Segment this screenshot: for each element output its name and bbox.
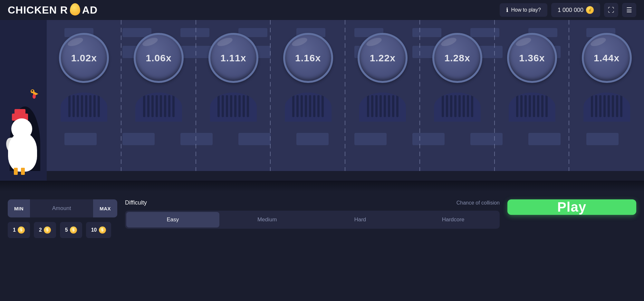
- difficulty-buttons: Easy Medium Hard Hardcore: [125, 211, 500, 229]
- quick-bet-1[interactable]: 1 $: [8, 222, 30, 238]
- multiplier-value-3: 1.11x: [220, 53, 246, 64]
- amount-row: MIN Amount MAX: [8, 199, 117, 217]
- difficulty-hardcore[interactable]: Hardcore: [407, 211, 500, 229]
- multiplier-value-6: 1.28x: [445, 53, 470, 64]
- grate-bar: [313, 95, 315, 117]
- grate-bar: [230, 95, 232, 117]
- grate-bar: [305, 95, 307, 117]
- grate-bar: [458, 95, 461, 117]
- quick-bet-coin-2: $: [44, 226, 51, 234]
- multiplier-5[interactable]: 1.22x: [358, 33, 408, 83]
- quick-bet-coin-5: $: [70, 226, 77, 234]
- chicken-character: [5, 120, 42, 172]
- quick-bet-amount-5: 5: [65, 227, 68, 233]
- grate-bar: [317, 95, 320, 117]
- grate-bar: [620, 95, 622, 117]
- furnace-col-8: 1.44x: [569, 20, 644, 181]
- difficulty-section: Difficulty Chance of collision Easy Medi…: [125, 199, 500, 229]
- grate-bar: [367, 95, 369, 117]
- logo-text-part2: AD: [82, 4, 98, 16]
- grate-bar: [520, 95, 523, 117]
- grate-bar: [388, 95, 390, 117]
- difficulty-hard[interactable]: Hard: [314, 211, 407, 229]
- difficulty-label: Difficulty: [125, 199, 147, 206]
- difficulty-easy[interactable]: Easy: [126, 212, 219, 227]
- quick-bet-coin-10: $: [99, 226, 106, 234]
- grate-bar: [68, 95, 71, 117]
- grate-bar: [524, 95, 527, 117]
- grate-bar: [591, 95, 593, 117]
- multiplier-7[interactable]: 1.36x: [507, 33, 557, 83]
- furnace-grate-7: [509, 93, 555, 122]
- quick-bet-5[interactable]: 5 $: [60, 222, 82, 238]
- grate-bar: [147, 95, 149, 117]
- grate-bar: [217, 95, 220, 117]
- grate-bar: [72, 95, 75, 117]
- grate-bar: [226, 95, 228, 117]
- grate-bar: [396, 95, 399, 117]
- grate-bar: [442, 95, 444, 117]
- grate-bar: [380, 95, 382, 117]
- grate-bar: [98, 95, 100, 117]
- difficulty-header: Difficulty Chance of collision: [125, 199, 500, 206]
- fullscreen-button[interactable]: ⛶: [604, 3, 618, 17]
- collision-label: Chance of collision: [457, 200, 500, 206]
- grate-bar: [537, 95, 539, 117]
- grate-bar: [616, 95, 618, 117]
- how-to-play-button[interactable]: ℹ How to play?: [500, 3, 547, 17]
- grate-bar: [156, 95, 158, 117]
- grate-bar: [143, 95, 145, 117]
- furnace-grate-3: [210, 93, 257, 122]
- grate-bar: [545, 95, 548, 117]
- furnace-grate-2: [135, 93, 182, 122]
- grate-bar: [93, 95, 96, 117]
- quick-bet-coin-1: $: [18, 226, 25, 234]
- grate-bar: [603, 95, 606, 117]
- quick-bet-amount-2: 2: [39, 227, 42, 233]
- multiplier-value-1: 1.02x: [71, 53, 97, 64]
- chicken-wattle: [33, 94, 36, 99]
- chicken-body: [8, 133, 37, 172]
- balance-amount: 1 000 000: [558, 7, 583, 14]
- how-to-play-label: How to play?: [511, 7, 541, 13]
- grate-bar: [533, 95, 535, 117]
- quick-bet-10[interactable]: 10 $: [86, 222, 111, 238]
- multiplier-4[interactable]: 1.16x: [283, 33, 333, 83]
- furnace-col-7: 1.36x: [495, 20, 570, 181]
- grate-bar: [234, 95, 236, 117]
- header-right: ℹ How to play? 1 000 000 💰 ⛶ ☰: [500, 3, 636, 17]
- furnace-grate-8: [583, 93, 630, 122]
- grate-bar: [89, 95, 91, 117]
- grate-bar: [463, 95, 465, 117]
- menu-icon: ☰: [626, 6, 632, 14]
- grate-bar: [168, 95, 170, 117]
- multiplier-2[interactable]: 1.06x: [134, 33, 184, 83]
- menu-button[interactable]: ☰: [622, 3, 636, 17]
- play-button-wrapper: Play: [507, 199, 636, 215]
- grate-bar: [81, 95, 83, 117]
- multiplier-value-4: 1.16x: [295, 53, 321, 64]
- min-button[interactable]: MIN: [8, 199, 30, 217]
- quick-bet-2[interactable]: 2 $: [34, 222, 56, 238]
- grate-bar: [292, 95, 294, 117]
- grate-bar: [151, 95, 154, 117]
- grate-bar: [164, 95, 166, 117]
- grate-bar: [446, 95, 448, 117]
- multiplier-value-5: 1.22x: [370, 53, 396, 64]
- multiplier-8[interactable]: 1.44x: [582, 33, 632, 83]
- chicken-leg-right: [21, 168, 25, 175]
- multiplier-3[interactable]: 1.11x: [208, 33, 258, 83]
- grate-bar: [450, 95, 452, 117]
- multiplier-value-2: 1.06x: [146, 53, 172, 64]
- balance-coin-icon: 💰: [586, 6, 594, 14]
- max-button[interactable]: MAX: [93, 199, 117, 217]
- difficulty-medium[interactable]: Medium: [221, 211, 314, 229]
- quick-bet-amount-1: 1: [13, 227, 16, 233]
- multiplier-value-8: 1.44x: [594, 53, 620, 64]
- grate-bar: [471, 95, 473, 117]
- multiplier-1[interactable]: 1.02x: [59, 33, 109, 83]
- grate-bar: [160, 95, 162, 117]
- info-icon: ℹ: [506, 6, 508, 14]
- play-button[interactable]: Play: [507, 199, 636, 215]
- multiplier-6[interactable]: 1.28x: [432, 33, 482, 83]
